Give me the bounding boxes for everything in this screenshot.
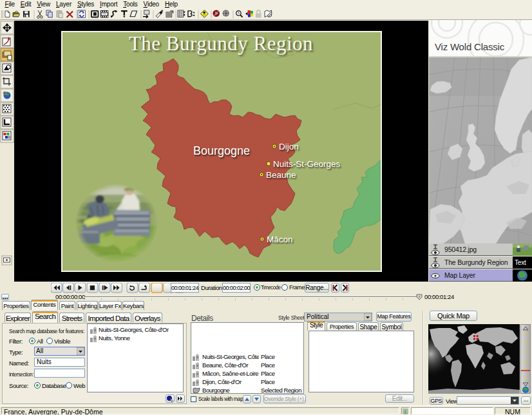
svg-text:Nuits-St-Georges: Nuits-St-Georges xyxy=(273,159,341,169)
svg-text:The Burgundy Region: The Burgundy Region xyxy=(129,32,313,55)
svg-text:Text: Text xyxy=(515,259,526,266)
svg-text:Bourgogne: Bourgogne xyxy=(193,144,250,157)
svg-text:Dijon: Dijon xyxy=(279,142,299,151)
svg-text:Mâcon: Mâcon xyxy=(267,235,293,244)
svg-text:Beaune: Beaune xyxy=(266,170,296,180)
svg-text:Viz Wold Classic: Viz Wold Classic xyxy=(435,41,505,52)
